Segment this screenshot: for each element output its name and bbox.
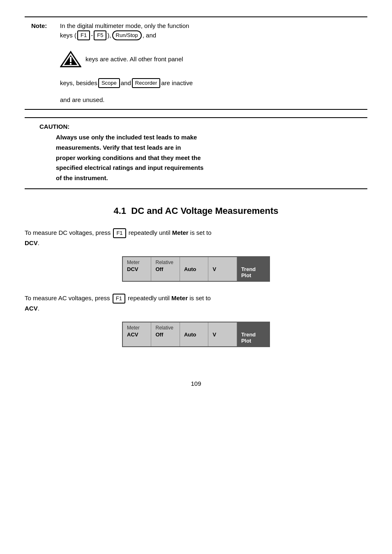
note-box: Note: In the digital multimeter mode, on… — [25, 16, 367, 110]
key-runstop-note: Run/Stop — [112, 30, 142, 40]
key-f1-note: F1 — [77, 30, 90, 40]
acv-col-meter: Meter ACV — [123, 322, 151, 346]
acv-col-relative: Relative Off — [151, 322, 180, 346]
triangle-icon — [60, 50, 81, 68]
acv-display: Meter ACV Relative Off Auto V Trend Plot — [122, 322, 270, 347]
note-line5: and are unused. — [60, 96, 104, 103]
dcv-col-relative-top: Relative — [155, 260, 175, 265]
dcv-col-trendplot: Trend Plot — [237, 257, 269, 281]
page-number: 109 — [25, 380, 367, 387]
section-number: 4.1 — [113, 206, 126, 216]
acv-col-trendplot: Trend Plot — [237, 322, 269, 346]
dcv-col-v: V — [208, 257, 237, 281]
dcv-col-relative: Relative Off — [151, 257, 180, 281]
caution-box: CAUTION: Always use only the included te… — [25, 117, 367, 189]
key-f1-ac: F1 — [113, 294, 125, 304]
acv-col-auto: Auto — [180, 322, 208, 346]
ac-post: repeatedly until — [126, 294, 171, 301]
dcv-col-auto-val: Auto — [184, 266, 204, 272]
caution-content: Always use only the included test leads … — [31, 132, 361, 183]
note-label: Note: — [31, 22, 60, 29]
dcv-col-trendplot-val: Trend Plot — [241, 266, 265, 278]
ac-acv: ACV — [25, 305, 38, 312]
section-title: DC and AC Voltage Measurements — [131, 206, 278, 216]
dc-post: repeatedly until — [127, 229, 172, 236]
key-scope-note: Scope — [98, 78, 120, 88]
acv-col-auto-val: Auto — [184, 331, 204, 338]
key-f5-note: F5 — [94, 30, 106, 40]
svg-rect-2 — [70, 57, 71, 62]
note-keys-besides-pre: keys, besides — [60, 77, 97, 89]
caution-line3: proper working conditions and that they … — [56, 154, 201, 161]
note-inactive: are inactive — [161, 77, 193, 89]
key-f1-dc: F1 — [113, 228, 126, 238]
dc-post2: is set to — [189, 229, 212, 236]
dc-dcv: DCV — [25, 239, 38, 246]
dc-para: To measure DC voltages, press F1 repeate… — [25, 228, 367, 248]
acv-col-meter-top: Meter — [127, 325, 147, 331]
dcv-col-meter-bottom: DCV — [127, 266, 147, 272]
caution-line2: measurements. Verify that test leads are… — [56, 144, 181, 151]
ac-pre: To measure AC voltages, press — [25, 294, 112, 301]
note-dash: - — [91, 29, 93, 42]
acv-col-v: V — [208, 322, 237, 346]
svg-rect-3 — [70, 63, 71, 65]
ac-meter: Meter — [171, 294, 188, 301]
note-keys-pre: keys ( — [60, 29, 76, 42]
dcv-col-meter-top: Meter — [127, 260, 147, 265]
acv-col-meter-bottom: ACV — [127, 331, 147, 338]
dcv-col-auto: Auto — [180, 257, 208, 281]
note-post: ), — [107, 29, 111, 42]
ac-post2: is set to — [188, 294, 211, 301]
caution-label: CAUTION: — [31, 123, 361, 130]
dcv-col-relative-bottom: Off — [155, 266, 175, 272]
acv-col-relative-bottom: Off — [155, 331, 175, 338]
ac-para: To measure AC voltages, press F1 repeate… — [25, 293, 367, 313]
section-heading: 4.1 DC and AC Voltage Measurements — [25, 206, 367, 216]
note-line1: In the digital multimeter mode, only the… — [60, 22, 189, 29]
caution-line1: Always use only the included test leads … — [56, 134, 197, 141]
acv-col-v-val: V — [212, 331, 232, 338]
caution-line5: of the instrument. — [56, 174, 108, 181]
dcv-col-meter: Meter DCV — [123, 257, 151, 281]
dcv-col-v-val: V — [212, 266, 232, 272]
dc-pre: To measure DC voltages, press — [25, 229, 112, 236]
caution-line4: specified electrical ratings and input r… — [56, 164, 203, 171]
acv-col-relative-top: Relative — [155, 325, 175, 331]
acv-col-trendplot-val: Trend Plot — [241, 331, 265, 344]
dc-meter: Meter — [172, 229, 189, 236]
note-and2: and — [121, 77, 131, 89]
dcv-display: Meter DCV Relative Off Auto V Trend Plot — [122, 256, 270, 282]
key-recorder-note: Recorder — [132, 78, 160, 88]
note-line3: keys are active. All other front panel — [85, 53, 183, 65]
note-and: , and — [143, 29, 156, 42]
